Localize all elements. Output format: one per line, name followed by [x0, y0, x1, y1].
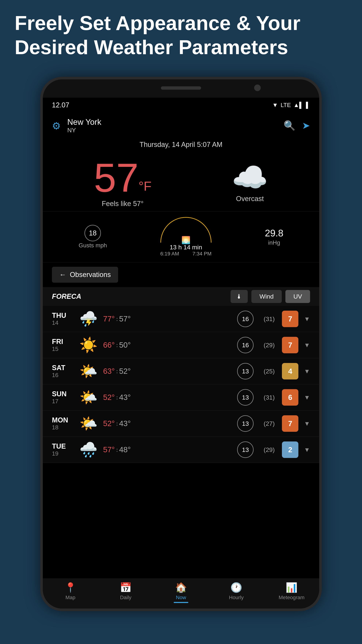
day-name: FRI: [52, 338, 74, 346]
nav-item-daily[interactable]: 📅 Daily: [98, 582, 153, 603]
forecast-temps: 63°∶52°: [103, 367, 231, 376]
uv-badge: 4: [282, 363, 298, 380]
chevron-down-icon: ▼: [304, 342, 310, 349]
day-num: 15: [52, 346, 74, 352]
phone-content: ⚙ New York NY 🔍 ➤ Thursday, 14 April 5:0…: [43, 112, 319, 608]
day-num: 14: [52, 320, 74, 326]
daily-nav-label: Daily: [120, 594, 131, 600]
tab-thermometer[interactable]: 🌡: [231, 290, 248, 303]
forecast-day-mon: MON 18: [52, 416, 74, 431]
uv-badge: 7: [282, 337, 298, 353]
forecast-day-sun: SUN 17: [52, 390, 74, 405]
temp-low: 43°: [119, 419, 131, 428]
foreca-logo: FORECA: [52, 292, 227, 300]
forecast-wind: 13: [234, 415, 256, 432]
forecast-gust: (31): [260, 394, 278, 401]
day-name: MON: [52, 416, 74, 424]
map-nav-label: Map: [65, 594, 75, 600]
wind-circle: 13: [237, 389, 254, 406]
forecast-wind: 13: [234, 363, 256, 380]
forecast-row[interactable]: FRI 15 ☀️ 66°∶50° 16 (29) 7 ▼: [43, 332, 319, 358]
forecast-day-tue: TUE 19: [52, 442, 74, 457]
feels-like: Feels like 57°: [94, 200, 151, 208]
chevron-down-icon: ▼: [304, 316, 310, 322]
uv-badge: 6: [282, 389, 298, 406]
cloud-icon: ☁️: [232, 163, 268, 192]
forecast-wind: 13: [234, 389, 256, 406]
sun-icon-middle: 🌅: [181, 236, 191, 244]
meteogram-nav-icon: 📊: [264, 582, 319, 593]
header-line2: Desired Weather Parameters: [15, 35, 347, 59]
date-display: Thursday, 14 April 5:07 AM: [43, 139, 319, 154]
chevron-down-icon: ▼: [304, 368, 310, 375]
forecast-row[interactable]: MON 18 🌤️ 52°∶43° 13 (27) 7 ▼: [43, 410, 319, 437]
nav-item-now[interactable]: 🏠 Now: [153, 582, 209, 603]
temp-value: 57: [94, 155, 139, 200]
day-name: THU: [52, 312, 74, 320]
day-num: 17: [52, 398, 74, 405]
location-state: NY: [67, 126, 101, 134]
forecast-temps: 52°∶43°: [103, 419, 231, 428]
app-header-left: ⚙ New York NY: [52, 118, 101, 134]
forecast-temps: 57°∶48°: [103, 445, 231, 454]
forecast-tabs: FORECA 🌡 Wind UV: [43, 287, 319, 306]
day-name: SAT: [52, 364, 74, 372]
temp-high: 57°: [103, 445, 115, 454]
phone-side-button-right: [321, 189, 322, 222]
weather-main: 57°F Feels like 57° ☁️ Overcast: [43, 154, 319, 211]
nav-item-hourly[interactable]: 🕐 Hourly: [209, 582, 264, 603]
weather-description: Overcast: [232, 195, 268, 203]
forecast-gust: (29): [260, 342, 278, 349]
forecast-icon: ⛈️: [77, 310, 99, 328]
forecast-day-sat: SAT 16: [52, 364, 74, 378]
settings-icon[interactable]: ⚙: [52, 120, 63, 131]
forecast-temps: 52°∶43°: [103, 393, 231, 402]
forecast-gust: (29): [260, 446, 278, 453]
temp-low: 48°: [119, 445, 131, 454]
phone-camera: [254, 84, 261, 91]
daily-nav-icon: 📅: [98, 582, 153, 593]
gusts-label: Gusts mph: [79, 242, 107, 249]
forecast-wind: 16: [234, 311, 256, 327]
temp-high: 52°: [103, 393, 115, 402]
wind-circle: 16: [237, 311, 254, 327]
observations-button[interactable]: ← Observations: [52, 267, 118, 283]
back-arrow-icon: ←: [59, 271, 66, 279]
forecast-row[interactable]: THU 14 ⛈️ 77°∶57° 16 (31) 7 ▼: [43, 306, 319, 332]
forecast-icon: ☀️: [77, 336, 99, 354]
forecast-row[interactable]: SAT 16 🌤️ 63°∶52° 13 (25) 4 ▼: [43, 358, 319, 384]
nav-item-meteogram[interactable]: 📊 Meteogram: [264, 582, 319, 603]
sun-arc: 🌅: [160, 217, 212, 242]
hourly-nav-label: Hourly: [229, 594, 244, 600]
uv-badge: 2: [282, 442, 298, 458]
nav-active-indicator: [174, 602, 188, 603]
header-line1: Freely Set Appearance & Your: [15, 11, 347, 35]
nav-item-map[interactable]: 📍 Map: [43, 582, 98, 603]
forecast-wind: 13: [234, 442, 256, 458]
temp-high: 63°: [103, 367, 115, 376]
status-time: 12.07: [52, 101, 69, 109]
chevron-down-icon: ▼: [304, 394, 310, 401]
now-nav-label: Now: [176, 594, 186, 600]
phone-top-bar: [43, 80, 319, 98]
day-num: 19: [52, 450, 74, 457]
location-info: New York NY: [67, 118, 101, 134]
temp-unit: °F: [139, 179, 152, 194]
tab-wind[interactable]: Wind: [251, 290, 282, 303]
tab-uv[interactable]: UV: [285, 290, 310, 303]
app-header: ⚙ New York NY 🔍 ➤: [43, 112, 319, 139]
temp-low: 43°: [119, 393, 131, 402]
forecast-day-thu: THU 14: [52, 312, 74, 326]
forecast-row[interactable]: SUN 17 🌤️ 52°∶43° 13 (31) 6 ▼: [43, 384, 319, 410]
forecast-icon: 🌧️: [77, 441, 99, 458]
temp-separator: ∶: [116, 421, 118, 428]
day-num: 16: [52, 372, 74, 378]
forecast-row[interactable]: TUE 19 🌧️ 57°∶48° 13 (29) 2 ▼: [43, 437, 319, 463]
navigation-icon[interactable]: ➤: [302, 120, 310, 131]
forecast-icon: 🌤️: [77, 362, 99, 380]
gusts-item: 18 Gusts mph: [79, 225, 107, 249]
search-icon[interactable]: 🔍: [284, 120, 296, 131]
forecast-icon: 🌤️: [77, 415, 99, 432]
status-bar: 12.07 ▼ LTE ▲▌ ▌: [43, 98, 319, 112]
observations-label: Observations: [70, 271, 111, 279]
